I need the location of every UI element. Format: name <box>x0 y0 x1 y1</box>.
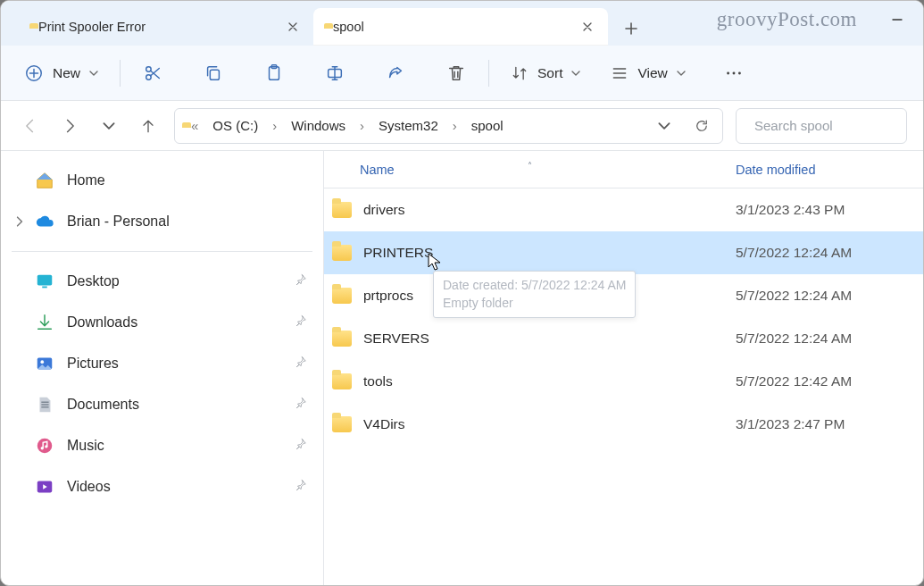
rename-button[interactable] <box>317 55 353 91</box>
sidebar-item-label: Desktop <box>67 273 120 289</box>
svg-rect-3 <box>210 70 219 80</box>
cloud-icon <box>35 212 54 231</box>
svg-rect-12 <box>42 287 47 289</box>
sidebar-item-videos[interactable]: Videos <box>4 466 320 507</box>
tooltip-line: Empty folder <box>443 295 626 313</box>
copy-button[interactable] <box>196 55 231 91</box>
recent-locations-button[interactable] <box>96 108 122 144</box>
column-name[interactable]: ˄ Name <box>324 163 736 177</box>
plus-circle-icon <box>24 63 44 83</box>
folder-row[interactable]: V4Dirs3/1/2023 2:47 PM <box>324 403 923 446</box>
folder-name: tools <box>360 373 736 389</box>
sidebar-item-label: Downloads <box>67 314 137 331</box>
sidebar-item-onedrive[interactable]: Brian - Personal <box>4 201 320 242</box>
folder-icon <box>324 373 360 389</box>
cut-button[interactable] <box>135 55 171 91</box>
column-date-label: Date modified <box>736 163 815 177</box>
sidebar-item-label: Home <box>67 172 105 188</box>
address-bar[interactable]: « OS (C:) › Windows › System32 › spool <box>174 108 723 144</box>
clipboard-icon <box>264 63 284 83</box>
share-icon <box>386 63 405 83</box>
folder-row[interactable]: SERVERS5/7/2022 12:24 AM <box>324 317 923 360</box>
column-date[interactable]: Date modified <box>736 163 923 177</box>
folder-icon <box>324 245 360 261</box>
breadcrumb-segment[interactable]: OS (C:) <box>207 114 263 137</box>
tab-label: Print Spooler Error <box>38 20 274 34</box>
folder-icon <box>324 202 360 218</box>
toolbar: New Sort View <box>1 46 923 101</box>
sort-icon <box>511 64 529 82</box>
column-name-label: Name <box>360 163 395 177</box>
history-dropdown-button[interactable] <box>647 110 681 142</box>
window-controls: groovyPost.com <box>717 6 911 33</box>
sidebar-item-music[interactable]: Music <box>4 425 320 466</box>
folder-row[interactable]: tools5/7/2022 12:42 AM <box>324 360 923 403</box>
svg-rect-11 <box>37 275 53 286</box>
sidebar-item-home[interactable]: Home <box>4 160 320 201</box>
paste-button[interactable] <box>256 55 292 91</box>
tab-print-spooler-error[interactable]: Print Spooler Error <box>19 8 313 46</box>
new-tab-button[interactable] <box>613 12 649 46</box>
search-box[interactable] <box>736 108 907 144</box>
search-input[interactable] <box>753 117 924 134</box>
sidebar-item-desktop[interactable]: Desktop <box>4 261 320 302</box>
sidebar-item-label: Music <box>67 438 104 454</box>
breadcrumb-segment[interactable]: spool <box>466 114 509 137</box>
rename-icon <box>325 63 345 83</box>
sort-button[interactable]: Sort <box>504 55 587 91</box>
pin-icon <box>295 479 307 495</box>
view-button[interactable]: View <box>604 55 692 91</box>
back-button[interactable] <box>17 108 44 144</box>
svg-point-15 <box>37 439 53 454</box>
sort-label: Sort <box>537 65 562 81</box>
folder-row[interactable]: PRINTERS5/7/2022 12:24 AM <box>324 231 923 274</box>
forward-button[interactable] <box>56 108 83 144</box>
up-button[interactable] <box>135 108 162 144</box>
separator <box>12 251 312 252</box>
copy-icon <box>204 63 223 83</box>
trash-icon <box>446 63 466 83</box>
chevron-down-icon <box>89 69 98 78</box>
folder-date: 3/1/2023 2:47 PM <box>736 416 923 432</box>
folder-row[interactable]: drivers3/1/2023 2:43 PM <box>324 188 923 231</box>
chevron-down-icon <box>677 69 686 78</box>
music-icon <box>35 436 54 456</box>
sort-indicator-icon: ˄ <box>528 161 532 171</box>
file-pane: ˄ Name Date modified drivers3/1/2023 2:4… <box>324 151 923 585</box>
svg-point-14 <box>40 360 44 364</box>
close-tab-button[interactable] <box>283 17 303 37</box>
svg-point-7 <box>727 71 729 74</box>
sidebar-item-pictures[interactable]: Pictures <box>4 343 320 384</box>
folder-date: 5/7/2022 12:24 AM <box>736 331 923 347</box>
svg-point-16 <box>41 447 44 449</box>
sidebar-item-downloads[interactable]: Downloads <box>4 302 320 343</box>
sidebar-item-documents[interactable]: Documents <box>4 384 320 425</box>
new-label: New <box>53 65 80 81</box>
separator <box>120 60 121 87</box>
body: Home Brian - Personal Desktop Downloads <box>1 151 923 585</box>
expander-icon[interactable] <box>12 213 28 230</box>
minimize-button[interactable] <box>884 6 911 33</box>
file-list[interactable]: drivers3/1/2023 2:43 PMPRINTERS5/7/2022 … <box>324 188 923 585</box>
delete-button[interactable] <box>438 55 474 91</box>
breadcrumb-segment[interactable]: System32 <box>373 114 444 137</box>
home-icon <box>35 171 54 190</box>
new-button[interactable]: New <box>17 55 105 91</box>
chevron-right-icon: › <box>354 114 370 137</box>
refresh-button[interactable] <box>685 110 719 142</box>
close-tab-button[interactable] <box>578 17 597 37</box>
sidebar: Home Brian - Personal Desktop Downloads <box>1 151 324 585</box>
nav-row: « OS (C:) › Windows › System32 › spool <box>1 101 923 151</box>
share-button[interactable] <box>378 55 413 91</box>
tab-spool[interactable]: spool <box>313 8 608 46</box>
breadcrumb-segment[interactable]: Windows <box>286 114 351 137</box>
more-button[interactable] <box>716 55 752 91</box>
scissors-icon <box>143 63 162 83</box>
tooltip-line: Date created: 5/7/2022 12:24 AM <box>443 277 626 295</box>
chevron-down-icon <box>571 69 580 78</box>
svg-point-17 <box>45 445 47 448</box>
sidebar-item-label: Brian - Personal <box>67 213 170 230</box>
column-headers: ˄ Name Date modified <box>324 151 923 188</box>
tab-label: spool <box>333 20 569 34</box>
sidebar-item-label: Documents <box>67 397 139 413</box>
